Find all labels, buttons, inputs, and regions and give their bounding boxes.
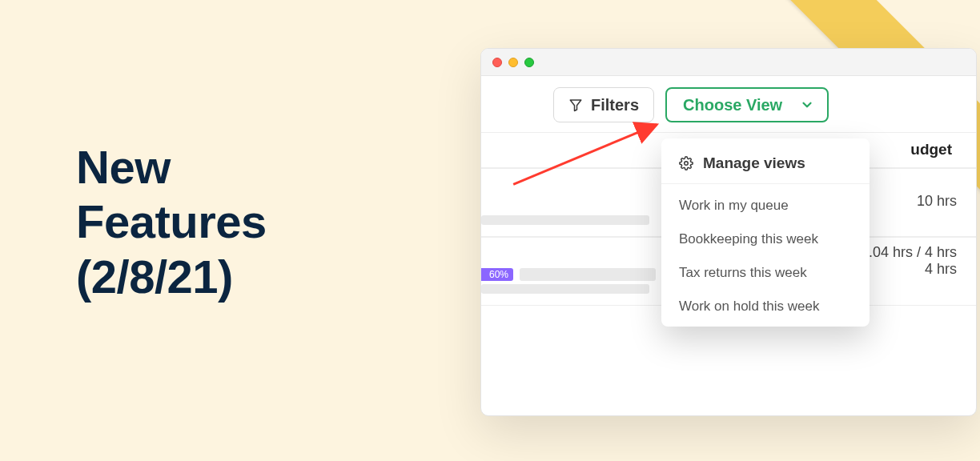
manage-views-label: Manage views xyxy=(703,154,805,172)
headline-line-3: (2/8/21) xyxy=(76,250,267,304)
choose-view-button[interactable]: Choose View xyxy=(665,87,829,122)
filters-label: Filters xyxy=(591,96,639,114)
view-option[interactable]: Tax returns this week xyxy=(661,256,870,290)
app-window: Filters Choose View udget 10 hrs 4 hrs 0… xyxy=(480,48,977,416)
headline-line-1: New xyxy=(76,140,267,194)
view-option[interactable]: Work in my queue xyxy=(661,189,870,222)
budget-value: 10 hrs xyxy=(917,193,957,210)
progress-bar-bg xyxy=(520,268,656,281)
svg-marker-0 xyxy=(570,100,581,111)
minimize-icon[interactable] xyxy=(508,58,518,67)
svg-point-1 xyxy=(685,162,689,166)
view-option[interactable]: Bookkeeping this week xyxy=(661,222,870,256)
maximize-icon[interactable] xyxy=(524,58,534,67)
window-titlebar xyxy=(481,49,976,76)
choose-view-label: Choose View xyxy=(683,96,782,114)
budget-value: 0.04 hrs / 4 hrs xyxy=(861,244,957,261)
manage-views-item[interactable]: Manage views xyxy=(661,146,870,184)
progress-bar-fill: 60% xyxy=(481,268,513,281)
filters-button[interactable]: Filters xyxy=(553,87,654,122)
toolbar: Filters Choose View xyxy=(481,76,976,133)
headline-line-2: Features xyxy=(76,194,267,249)
page-headline: New Features (2/8/21) xyxy=(76,140,267,304)
close-icon[interactable] xyxy=(492,58,502,67)
gear-icon xyxy=(679,156,693,170)
filter-icon xyxy=(568,98,583,112)
column-header-budget: udget xyxy=(910,141,952,158)
progress-bar-bg xyxy=(481,215,649,225)
view-option[interactable]: Work on hold this week xyxy=(661,290,870,323)
views-dropdown: Manage views Work in my queue Bookkeepin… xyxy=(661,138,870,327)
chevron-down-icon xyxy=(800,98,814,112)
